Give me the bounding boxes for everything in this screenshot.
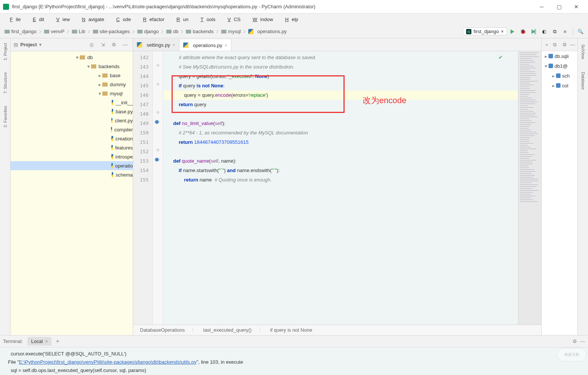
menu-file[interactable]: File — [4, 15, 24, 24]
tool-tab-database[interactable]: Database — [580, 69, 586, 93]
menu-edit[interactable]: Edit — [27, 15, 47, 24]
code-breadcrumb-item[interactable]: DatabaseOperations — [140, 327, 185, 333]
new-terminal-button[interactable]: ＋ — [55, 337, 61, 345]
minimize-button[interactable]: ─ — [533, 1, 550, 12]
tree-folder[interactable]: backends — [11, 62, 133, 71]
tree-file[interactable]: __init__ — [11, 98, 133, 107]
breadcrumb-item[interactable]: venvP — [42, 26, 67, 37]
menu-window[interactable]: Window — [247, 15, 276, 24]
breadcrumb-item[interactable]: mysql — [219, 26, 243, 37]
database-tree[interactable]: db.sqlidb1@schcol — [542, 51, 577, 90]
code-line[interactable]: return 18446744073709551615 — [163, 137, 518, 147]
terminal-hide-icon[interactable]: — — [580, 338, 585, 344]
tree-file[interactable]: client.py — [11, 116, 133, 125]
close-button[interactable]: ✕ — [568, 1, 585, 12]
override-marker-icon[interactable] — [155, 120, 159, 124]
fold-icon[interactable]: ⊖ — [156, 82, 160, 87]
breadcrumb-item[interactable]: operations.py — [246, 26, 289, 37]
code-editor[interactable]: ✔ 改为encode # attribute where the exact q… — [163, 51, 518, 325]
breadcrumb-item[interactable]: Lib — [70, 26, 87, 37]
tree-folder[interactable]: base — [11, 71, 133, 80]
stop-button[interactable]: ■ — [560, 26, 570, 37]
file-link[interactable]: E:\PythonProject\first_django\venvP\lib\… — [19, 359, 196, 365]
debug-button[interactable]: 🐞 — [518, 26, 528, 37]
db-tree-item[interactable]: sch — [542, 71, 577, 81]
code-line[interactable]: query = query.encode(errors='replace') — [163, 90, 518, 100]
db-hide-icon[interactable]: — — [570, 41, 575, 49]
db-settings-icon[interactable]: ⚙ — [562, 41, 568, 49]
editor-tab[interactable]: settings.py× — [133, 39, 179, 51]
terminal-output[interactable]: cursor.execute('SELECT @@SQL_AUTO_IS_NUL… — [0, 348, 588, 375]
tree-file[interactable]: introspe — [11, 152, 133, 161]
code-line[interactable]: query = getattr(cursor, '_executed', Non… — [163, 72, 518, 81]
code-line[interactable]: def no_limit_value(self): — [163, 119, 518, 128]
tool-tab----project[interactable]: 1: Project — [2, 40, 8, 63]
menu-refactor[interactable]: Refactor — [137, 15, 167, 24]
breadcrumb-item[interactable]: backends — [184, 26, 216, 37]
fold-icon[interactable]: ⊖ — [156, 110, 160, 115]
menu-tools[interactable]: Tools — [194, 15, 219, 24]
hide-panel-icon[interactable]: — — [121, 40, 130, 49]
fold-icon[interactable]: ⊖ — [156, 63, 160, 68]
code-line[interactable]: # 2**64 - 1, as recommended by the MySQL… — [163, 128, 518, 137]
tree-file[interactable]: features — [11, 143, 133, 152]
override-marker-icon[interactable] — [155, 158, 159, 162]
maximize-button[interactable]: ▢ — [550, 1, 568, 12]
project-tree[interactable]: dbbackendsbasedummymysql__init__base.pyc… — [11, 51, 133, 335]
tool-tab----structure[interactable]: 7: Structure — [2, 69, 8, 97]
menu-run[interactable]: Run — [170, 15, 191, 24]
code-line[interactable]: return name # Quoting once is enough. — [163, 175, 518, 184]
menu-help[interactable]: Help — [279, 15, 301, 24]
run-coverage-button[interactable] — [528, 26, 539, 37]
menu-navigate[interactable]: Navigate — [76, 15, 107, 24]
code-line[interactable] — [163, 147, 518, 156]
close-tab-icon[interactable]: × — [225, 43, 228, 48]
code-line[interactable]: if query is not None: — [163, 81, 518, 90]
code-line[interactable]: return query — [163, 100, 518, 109]
duplicate-icon[interactable]: ⧉ — [552, 41, 558, 49]
db-tree-item[interactable]: db1@ — [542, 61, 577, 71]
breadcrumb-item[interactable]: site-packages — [91, 26, 132, 37]
code-line[interactable]: # attribute where the exact query sent t… — [163, 53, 518, 62]
concurrency-button[interactable]: ⧉ — [549, 26, 560, 37]
code-breadcrumb-item[interactable]: if query is not None — [270, 327, 312, 333]
tree-file[interactable]: creation — [11, 134, 133, 143]
expand-icon[interactable]: ⇲ — [98, 40, 107, 49]
editor-minimap[interactable] — [518, 51, 541, 325]
breadcrumb-item[interactable]: db — [164, 26, 181, 37]
editor-tab[interactable]: operations.py× — [179, 39, 232, 51]
tree-folder[interactable]: dummy — [11, 80, 133, 89]
add-datasource-icon[interactable]: ＋ — [544, 41, 550, 49]
db-tree-item[interactable]: db.sqli — [542, 51, 577, 61]
breadcrumb-item[interactable]: django — [135, 26, 161, 37]
tree-file[interactable]: operatio — [11, 161, 133, 170]
tree-folder[interactable]: mysql — [11, 89, 133, 98]
code-line[interactable]: # See MySQLdb/cursors.py in the source d… — [163, 62, 518, 72]
locate-icon[interactable]: ◎ — [87, 40, 96, 49]
db-tree-item[interactable]: col — [542, 81, 577, 90]
breadcrumb-item[interactable]: first_django — [2, 26, 39, 37]
code-line[interactable] — [163, 109, 518, 119]
tree-file[interactable]: schema — [11, 170, 133, 179]
menu-view[interactable]: View — [50, 15, 73, 24]
run-button[interactable] — [507, 26, 518, 37]
terminal-settings-icon[interactable]: ⚙ — [573, 338, 577, 344]
tool-tab-sciview[interactable]: SciView — [580, 41, 586, 62]
menu-code[interactable]: Code — [110, 15, 134, 24]
editor-body[interactable]: 1421431441451461471481491501511521531541… — [133, 51, 541, 325]
run-config-selector[interactable]: dj first_django ▾ — [463, 27, 507, 35]
terminal-tab-local[interactable]: Local× — [27, 337, 52, 346]
profile-button[interactable]: ◐ — [539, 26, 549, 37]
settings-icon[interactable]: ⚙ — [109, 40, 119, 49]
menu-vcs[interactable]: VCS — [222, 15, 244, 24]
code-line[interactable]: def quote_name(self, name): — [163, 156, 518, 166]
tree-file[interactable]: compiler — [11, 125, 133, 134]
search-everywhere-button[interactable]: 🔍 — [575, 26, 586, 37]
close-tab-icon[interactable]: × — [172, 42, 175, 48]
code-line[interactable]: if name.startswith("`") and name.endswit… — [163, 166, 518, 175]
code-breadcrumb-item[interactable]: last_executed_query() — [203, 327, 252, 333]
fold-icon[interactable]: ⊖ — [156, 148, 160, 152]
tree-folder[interactable]: db — [11, 53, 133, 62]
tool-tab----favorites[interactable]: 2: Favorites — [2, 103, 8, 130]
tree-file[interactable]: base.py — [11, 107, 133, 116]
